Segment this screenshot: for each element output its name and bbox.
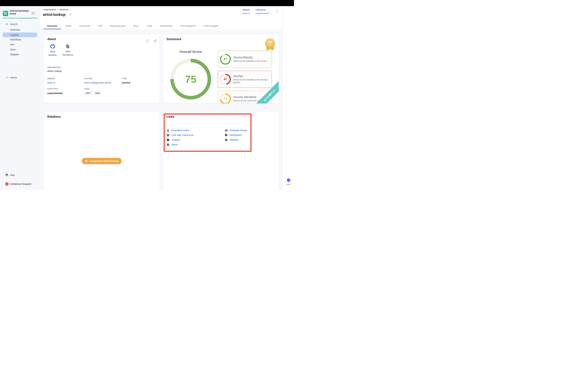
sidebar-divider-top (0, 71, 40, 71)
edit-pencil-icon[interactable] (153, 39, 158, 43)
globe-icon (225, 138, 228, 141)
chip-icon (85, 160, 88, 163)
score-ring: 87 (220, 54, 231, 65)
tab-kubernetes[interactable]: Kubernetes (156, 23, 177, 29)
score-item-description: Measures the reliability of the DevOps p… (233, 78, 268, 84)
sidebar-search[interactable]: Search (6, 23, 18, 25)
score-item-title: Security Standards (233, 95, 260, 99)
tab-scorecard[interactable]: Scorecard (75, 23, 95, 29)
gear-icon (6, 76, 8, 79)
document-icon (66, 44, 70, 48)
scorecard-title: Scorecard (167, 38, 181, 41)
relations-entity-chip[interactable]: component:artist-lookup (82, 158, 122, 164)
person-icon (167, 129, 170, 132)
more-menu-icon[interactable] (277, 9, 278, 13)
lifecycle-meta: Lifecycle experimental (256, 8, 269, 15)
link-example-group[interactable]: Example Group (225, 128, 247, 133)
tab-pull-requests[interactable]: Pull Requests (177, 23, 200, 29)
tag-chip[interactable]: data (94, 91, 101, 95)
app-logo[interactable] (3, 11, 8, 16)
description-value: Artist Lookup (47, 70, 62, 73)
score-ring: 74 (220, 93, 231, 103)
aida-label: AIDA (285, 183, 293, 185)
tags-row: java data (84, 91, 101, 95)
link-support[interactable]: Support (167, 137, 194, 142)
sidebar-item-catalog[interactable]: Catalog (3, 33, 37, 37)
tab-docs[interactable]: Docs (130, 23, 143, 29)
avatar: DP (5, 182, 9, 186)
tab-api[interactable]: API (95, 23, 106, 29)
link-dashboard[interactable]: Dashboard (225, 133, 247, 137)
owner-label[interactable]: Owner (243, 8, 250, 11)
sidebar-item-docs[interactable]: Docs (10, 48, 16, 51)
owner-field-value[interactable]: team-a (47, 81, 55, 84)
view-techdocs-link[interactable]: VIEW TECHDOCS (61, 44, 75, 57)
type-field-label: TYPE (122, 77, 127, 80)
tab-dependencies[interactable]: Dependencies (106, 23, 130, 29)
github-icon (50, 44, 55, 49)
sidebar-item-overview[interactable]: Overview (10, 28, 20, 31)
lifecycle-label[interactable]: Lifecycle (256, 8, 269, 11)
scorecard-card: Scorecard Gold Tier Overall Score 75 87 (163, 35, 279, 103)
tab-bar: Overview CI/CD Scorecard API Dependencie… (44, 23, 223, 29)
search-icon (6, 23, 8, 25)
view-source-link[interactable]: VIEW SOURCE (47, 44, 58, 57)
overall-score-value: 75 (185, 73, 196, 85)
dashboard-icon (225, 134, 228, 136)
lifecycle-field-value: experimental (47, 92, 62, 95)
page-title: artist-lookup (43, 12, 65, 17)
help-label: Help (10, 174, 15, 176)
sidebar-item-register[interactable]: Register (10, 53, 19, 56)
globe-icon (167, 143, 170, 146)
system-field-label: SYSTEM (84, 77, 92, 80)
score-item-description: Measures how secure the ser (233, 99, 260, 102)
group-icon (225, 129, 228, 132)
user-name: Debabrata Panigrahi (10, 183, 31, 185)
svg-text:Gold: Gold (268, 41, 272, 43)
sidebar-item-workflows[interactable]: Workflows (10, 38, 21, 41)
globe-icon (167, 134, 170, 137)
tag-chip[interactable]: java (84, 91, 92, 95)
links-column-right: Example Group Dashboard Website (225, 128, 247, 142)
link-website[interactable]: Website (225, 137, 247, 142)
sliders-logo-icon (3, 12, 7, 15)
system-field-value[interactable]: artist-engagement-portal (84, 81, 111, 84)
sidebar-item-admin[interactable]: Admin (6, 76, 17, 79)
tab-overview[interactable]: Overview (44, 23, 61, 29)
link-with-cloud-icon[interactable]: Link with Cloud Icon (167, 133, 194, 137)
relations-title: Relations (47, 115, 61, 118)
brand-divider (3, 18, 37, 18)
refresh-icon[interactable] (145, 39, 149, 43)
favorite-star-icon[interactable] (69, 13, 72, 17)
owner-value-link[interactable]: team-a (243, 12, 250, 15)
description-label: DESCRIPTION (47, 66, 60, 68)
admin-label: Admin (10, 76, 17, 79)
tab-cicd[interactable]: CI/CD (61, 23, 75, 29)
score-ring: 47 (220, 74, 231, 85)
aida-widget[interactable]: AIDA (285, 178, 293, 185)
links-column-left: Examples Users Link with Cloud Icon Supp… (167, 128, 194, 147)
link-alerts[interactable]: Alerts (167, 142, 194, 147)
relations-card: Relations component:artist-lookup (44, 112, 159, 190)
type-field-value: service (122, 81, 130, 84)
sidebar-item-api[interactable]: API (10, 43, 14, 46)
svg-text:Tier: Tier (268, 44, 272, 46)
tab-todo[interactable]: Todo (143, 23, 156, 29)
links-card: Links Examples Users Link with Cloud Ico… (163, 112, 279, 190)
overall-score-gauge: 75 (170, 59, 211, 99)
breadcrumb: COMPONENT — SERVICE (43, 9, 69, 11)
search-label: Search (10, 23, 18, 25)
page: Internal Developer Portal Search Overvie… (0, 0, 294, 190)
help-button[interactable]: ? Help (5, 173, 15, 177)
score-item-devops[interactable]: 47 DevOps Measures the reliability of th… (218, 71, 272, 88)
aida-flower-icon (286, 178, 291, 182)
sidebar: Internal Developer Portal Search Overvie… (0, 6, 40, 190)
score-item-description: Measures the reliability of this service (233, 60, 267, 62)
apps-grid-icon[interactable] (32, 12, 35, 15)
user-menu[interactable]: DP Debabrata Panigrahi (5, 182, 31, 186)
tags-field-label: TAGS (84, 88, 90, 90)
tab-code-insights[interactable]: Code Insights (200, 23, 223, 29)
score-item-service-maturity[interactable]: 87 Service Maturity Measures the reliabi… (218, 51, 272, 68)
link-examples-users[interactable]: Examples Users (167, 128, 194, 133)
top-black-bar (0, 0, 294, 6)
